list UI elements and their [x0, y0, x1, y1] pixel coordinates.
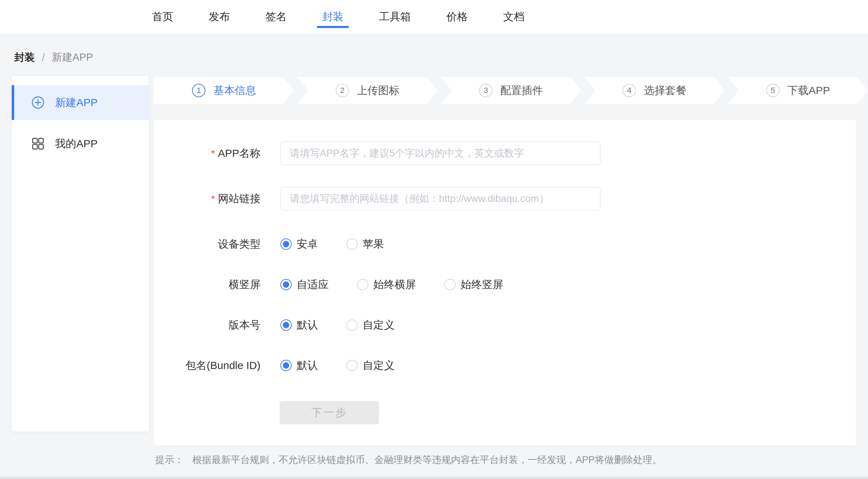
tip-text: 根据最新平台规则，不允许区块链虚拟币、金融理财类等违规内容在平台封装，一经发现，…	[192, 453, 662, 466]
step-number-badge: 1	[192, 84, 205, 97]
step-2-upload-icon[interactable]: 2 上传图标	[297, 77, 437, 104]
step-wizard: 1 基本信息 2 上传图标 3 配置插件 4 选择套餐 5 下载APP	[154, 77, 868, 104]
sidebar-item-label: 我的APP	[55, 137, 98, 151]
nav-tab-toolbox[interactable]: 工具箱	[379, 0, 411, 34]
grid-icon	[32, 137, 44, 150]
step-label: 下载APP	[787, 83, 830, 98]
nav-tab-home[interactable]: 首页	[152, 0, 173, 34]
step-number-badge: 4	[622, 84, 636, 97]
radio-icon	[280, 238, 292, 250]
radio-icon	[444, 279, 456, 290]
bundle-id-radio-group: 默认 自定义	[280, 358, 423, 373]
next-step-button[interactable]: 下一步	[280, 401, 379, 424]
field-label: *网站链接	[154, 192, 260, 206]
radio-bundle-custom[interactable]: 自定义	[346, 358, 395, 373]
form-row-site-url: *网站链接	[154, 187, 856, 210]
step-number-badge: 5	[766, 84, 780, 97]
radio-icon	[346, 238, 358, 250]
step-number-badge: 3	[479, 84, 493, 97]
device-type-radio-group: 安卓 苹果	[280, 237, 412, 252]
breadcrumb-section[interactable]: 封装	[14, 50, 35, 65]
app-name-input[interactable]	[280, 142, 600, 165]
radio-auto-orientation[interactable]: 自适应	[280, 277, 329, 292]
step-label: 选择套餐	[644, 83, 686, 98]
orientation-radio-group: 自适应 始终横屏 始终竖屏	[280, 277, 532, 292]
step-label: 上传图标	[357, 83, 400, 98]
top-nav: 首页 发布 签名 封装 工具箱 价格 文档	[0, 0, 868, 34]
site-url-input[interactable]	[280, 187, 600, 210]
version-radio-group: 默认 自定义	[280, 318, 423, 332]
plus-circle-icon	[32, 96, 44, 109]
nav-tab-sign[interactable]: 签名	[265, 0, 287, 34]
breadcrumb-current: 新建APP	[52, 50, 93, 65]
step-1-basic-info[interactable]: 1 基本信息	[154, 77, 294, 104]
nav-tab-package[interactable]: 封装	[322, 0, 344, 34]
radio-icon	[357, 279, 368, 290]
sidebar: 新建APP 我的APP	[12, 76, 149, 431]
sidebar-item-new-app[interactable]: 新建APP	[12, 85, 149, 120]
breadcrumb-separator: /	[42, 52, 45, 64]
nav-tab-pricing[interactable]: 价格	[446, 0, 468, 34]
breadcrumb: 封装 / 新建APP	[14, 50, 93, 65]
required-asterisk: *	[211, 148, 215, 159]
sidebar-item-my-app[interactable]: 我的APP	[12, 126, 149, 161]
field-label: *APP名称	[154, 146, 260, 161]
field-label: 设备类型	[154, 237, 260, 252]
field-label: 包名(Bundle ID)	[154, 358, 260, 373]
radio-version-custom[interactable]: 自定义	[346, 318, 395, 332]
radio-icon	[280, 360, 292, 371]
form-row-device-type: 设备类型 安卓 苹果	[154, 232, 856, 256]
field-label: 横竖屏	[154, 277, 260, 292]
nav-tab-docs[interactable]: 文档	[503, 0, 524, 34]
form-row-bundle-id: 包名(Bundle ID) 默认 自定义	[154, 354, 856, 377]
radio-landscape[interactable]: 始终横屏	[357, 277, 416, 292]
radio-portrait[interactable]: 始终竖屏	[444, 277, 503, 292]
radio-icon	[280, 319, 292, 331]
form-row-app-name: *APP名称	[154, 142, 856, 165]
platform-rule-tip: 提示： 根据最新平台规则，不允许区块链虚拟币、金融理财类等违规内容在平台封装，一…	[155, 453, 662, 466]
radio-icon	[280, 279, 292, 290]
step-4-choose-plan[interactable]: 4 选择套餐	[584, 77, 724, 104]
step-number-badge: 2	[336, 84, 349, 97]
tip-prefix: 提示：	[155, 453, 184, 466]
radio-icon	[346, 360, 358, 371]
radio-bundle-default[interactable]: 默认	[280, 358, 318, 373]
sidebar-item-label: 新建APP	[55, 95, 98, 110]
step-label: 配置插件	[500, 83, 543, 98]
radio-icon	[346, 319, 358, 331]
form-row-orientation: 横竖屏 自适应 始终横屏 始终竖屏	[154, 273, 856, 296]
step-3-config-plugin[interactable]: 3 配置插件	[441, 77, 581, 104]
nav-tab-publish[interactable]: 发布	[209, 0, 230, 34]
field-label: 版本号	[154, 318, 260, 332]
radio-ios[interactable]: 苹果	[346, 237, 384, 252]
radio-android[interactable]: 安卓	[280, 237, 318, 252]
form-row-version: 版本号 默认 自定义	[154, 313, 856, 337]
basic-info-form-card: *APP名称 *网站链接 设备类型 安卓 苹果 横竖屏 自适应	[154, 120, 856, 446]
step-5-download-app[interactable]: 5 下载APP	[728, 77, 868, 104]
step-label: 基本信息	[213, 83, 256, 98]
radio-version-default[interactable]: 默认	[280, 318, 318, 332]
footer-edge-strip	[0, 477, 868, 479]
required-asterisk: *	[211, 193, 215, 204]
